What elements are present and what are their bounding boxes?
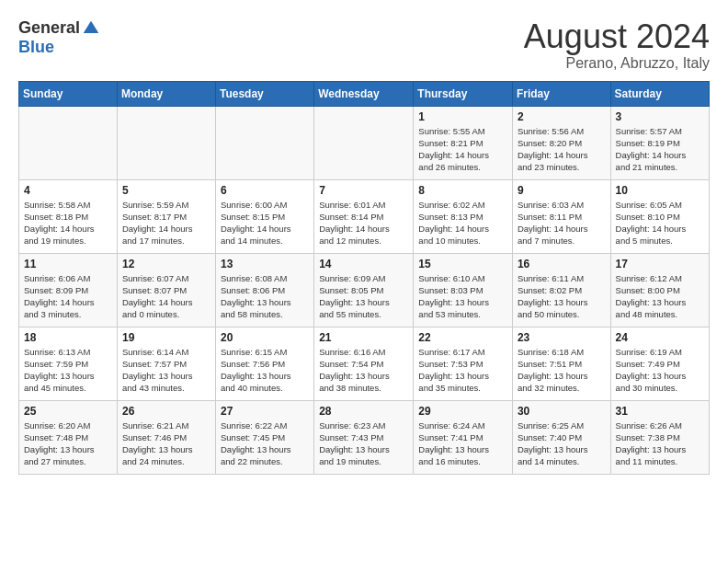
day-number: 30 — [518, 405, 606, 418]
day-number: 16 — [518, 258, 606, 270]
day-info: Sunrise: 5:58 AMSunset: 8:18 PMDaylight:… — [24, 199, 112, 247]
day-number: 27 — [221, 405, 309, 418]
logo-general-text: General — [18, 18, 80, 38]
day-number: 14 — [319, 258, 408, 270]
calendar-cell: 30Sunrise: 6:25 AMSunset: 7:40 PMDayligh… — [512, 400, 610, 474]
calendar-cell: 22Sunrise: 6:17 AMSunset: 7:53 PMDayligh… — [414, 327, 513, 400]
calendar-day-header: Sunday — [19, 81, 118, 106]
calendar-cell: 24Sunrise: 6:19 AMSunset: 7:49 PMDayligh… — [610, 327, 709, 400]
day-info: Sunrise: 6:08 AMSunset: 8:06 PMDaylight:… — [221, 272, 309, 321]
calendar-cell: 5Sunrise: 5:59 AMSunset: 8:17 PMDaylight… — [117, 179, 215, 253]
calendar-cell: 17Sunrise: 6:12 AMSunset: 8:00 PMDayligh… — [610, 253, 709, 327]
calendar-cell: 7Sunrise: 6:01 AMSunset: 8:14 PMDaylight… — [314, 179, 414, 253]
day-number: 5 — [122, 184, 210, 197]
calendar-cell: 11Sunrise: 6:06 AMSunset: 8:09 PMDayligh… — [19, 253, 118, 327]
day-number: 26 — [122, 405, 210, 418]
calendar-cell: 23Sunrise: 6:18 AMSunset: 7:51 PMDayligh… — [512, 327, 610, 400]
calendar-week-row: 25Sunrise: 6:20 AMSunset: 7:48 PMDayligh… — [19, 400, 710, 474]
calendar-cell: 20Sunrise: 6:15 AMSunset: 7:56 PMDayligh… — [216, 327, 314, 400]
day-number: 13 — [221, 258, 309, 270]
calendar-cell: 27Sunrise: 6:22 AMSunset: 7:45 PMDayligh… — [216, 400, 314, 474]
day-info: Sunrise: 6:13 AMSunset: 7:59 PMDaylight:… — [24, 346, 112, 395]
calendar-cell: 10Sunrise: 6:05 AMSunset: 8:10 PMDayligh… — [610, 179, 709, 253]
day-info: Sunrise: 6:15 AMSunset: 7:56 PMDaylight:… — [221, 346, 309, 395]
calendar-cell: 21Sunrise: 6:16 AMSunset: 7:54 PMDayligh… — [314, 327, 414, 400]
calendar-cell: 25Sunrise: 6:20 AMSunset: 7:48 PMDayligh… — [19, 400, 118, 474]
calendar-cell: 2Sunrise: 5:56 AMSunset: 8:20 PMDaylight… — [512, 106, 610, 179]
calendar-cell: 6Sunrise: 6:00 AMSunset: 8:15 PMDaylight… — [216, 179, 314, 253]
calendar-cell — [19, 106, 118, 179]
calendar-cell: 8Sunrise: 6:02 AMSunset: 8:13 PMDaylight… — [414, 179, 513, 253]
calendar-week-row: 11Sunrise: 6:06 AMSunset: 8:09 PMDayligh… — [19, 253, 710, 327]
day-info: Sunrise: 5:55 AMSunset: 8:21 PMDaylight:… — [418, 125, 507, 174]
day-number: 18 — [24, 331, 112, 344]
calendar-cell: 18Sunrise: 6:13 AMSunset: 7:59 PMDayligh… — [19, 327, 118, 400]
day-number: 31 — [616, 405, 704, 418]
day-info: Sunrise: 6:20 AMSunset: 7:48 PMDaylight:… — [24, 419, 112, 468]
calendar-week-row: 1Sunrise: 5:55 AMSunset: 8:21 PMDaylight… — [19, 106, 710, 179]
logo-blue-text: Blue — [18, 38, 54, 57]
day-number: 19 — [122, 331, 210, 344]
day-info: Sunrise: 6:19 AMSunset: 7:49 PMDaylight:… — [616, 346, 704, 395]
day-number: 17 — [616, 258, 704, 270]
calendar-cell: 9Sunrise: 6:03 AMSunset: 8:11 PMDaylight… — [512, 179, 610, 253]
title-section: August 2024 Perano, Abruzzo, Italy — [524, 18, 710, 72]
calendar-day-header: Monday — [117, 81, 215, 106]
calendar-cell: 29Sunrise: 6:24 AMSunset: 7:41 PMDayligh… — [414, 400, 513, 474]
day-info: Sunrise: 6:24 AMSunset: 7:41 PMDaylight:… — [418, 419, 507, 468]
day-number: 21 — [319, 331, 408, 344]
day-info: Sunrise: 6:14 AMSunset: 7:57 PMDaylight:… — [122, 346, 210, 395]
calendar-cell: 3Sunrise: 5:57 AMSunset: 8:19 PMDaylight… — [610, 106, 709, 179]
day-info: Sunrise: 6:05 AMSunset: 8:10 PMDaylight:… — [616, 199, 704, 247]
page-header: General Blue August 2024 Perano, Abruzzo… — [18, 18, 710, 72]
day-info: Sunrise: 6:03 AMSunset: 8:11 PMDaylight:… — [518, 199, 606, 247]
calendar-day-header: Tuesday — [216, 81, 314, 106]
day-number: 2 — [518, 110, 606, 123]
day-info: Sunrise: 6:02 AMSunset: 8:13 PMDaylight:… — [418, 199, 507, 247]
day-info: Sunrise: 6:09 AMSunset: 8:05 PMDaylight:… — [319, 272, 408, 321]
day-number: 4 — [24, 184, 112, 197]
calendar-cell — [117, 106, 215, 179]
month-year-title: August 2024 — [524, 18, 710, 55]
day-info: Sunrise: 6:10 AMSunset: 8:03 PMDaylight:… — [418, 272, 507, 321]
day-info: Sunrise: 6:00 AMSunset: 8:15 PMDaylight:… — [221, 199, 309, 247]
day-info: Sunrise: 6:17 AMSunset: 7:53 PMDaylight:… — [418, 346, 507, 395]
day-number: 6 — [221, 184, 309, 197]
day-info: Sunrise: 6:07 AMSunset: 8:07 PMDaylight:… — [122, 272, 210, 321]
day-info: Sunrise: 5:56 AMSunset: 8:20 PMDaylight:… — [518, 125, 606, 174]
day-number: 22 — [418, 331, 507, 344]
day-number: 15 — [418, 258, 507, 270]
calendar-day-header: Thursday — [414, 81, 513, 106]
day-number: 29 — [418, 405, 507, 418]
day-number: 8 — [418, 184, 507, 197]
day-info: Sunrise: 6:26 AMSunset: 7:38 PMDaylight:… — [616, 419, 704, 468]
day-number: 7 — [319, 184, 408, 197]
day-info: Sunrise: 6:06 AMSunset: 8:09 PMDaylight:… — [24, 272, 112, 321]
day-number: 24 — [616, 331, 704, 344]
calendar-cell: 12Sunrise: 6:07 AMSunset: 8:07 PMDayligh… — [117, 253, 215, 327]
day-info: Sunrise: 6:22 AMSunset: 7:45 PMDaylight:… — [221, 419, 309, 468]
logo-icon — [82, 19, 100, 38]
day-number: 12 — [122, 258, 210, 270]
calendar-cell: 15Sunrise: 6:10 AMSunset: 8:03 PMDayligh… — [414, 253, 513, 327]
calendar-cell: 16Sunrise: 6:11 AMSunset: 8:02 PMDayligh… — [512, 253, 610, 327]
day-info: Sunrise: 5:57 AMSunset: 8:19 PMDaylight:… — [616, 125, 704, 174]
logo: General Blue — [18, 18, 100, 57]
calendar-week-row: 4Sunrise: 5:58 AMSunset: 8:18 PMDaylight… — [19, 179, 710, 253]
location-subtitle: Perano, Abruzzo, Italy — [524, 55, 710, 72]
calendar-cell: 14Sunrise: 6:09 AMSunset: 8:05 PMDayligh… — [314, 253, 414, 327]
day-number: 28 — [319, 405, 408, 418]
day-number: 3 — [616, 110, 704, 123]
svg-marker-0 — [84, 20, 99, 32]
day-number: 20 — [221, 331, 309, 344]
calendar-day-header: Saturday — [610, 81, 709, 106]
calendar-cell: 28Sunrise: 6:23 AMSunset: 7:43 PMDayligh… — [314, 400, 414, 474]
day-info: Sunrise: 6:11 AMSunset: 8:02 PMDaylight:… — [518, 272, 606, 321]
calendar-cell: 19Sunrise: 6:14 AMSunset: 7:57 PMDayligh… — [117, 327, 215, 400]
day-number: 23 — [518, 331, 606, 344]
calendar-cell: 31Sunrise: 6:26 AMSunset: 7:38 PMDayligh… — [610, 400, 709, 474]
day-info: Sunrise: 6:16 AMSunset: 7:54 PMDaylight:… — [319, 346, 408, 395]
day-info: Sunrise: 6:25 AMSunset: 7:40 PMDaylight:… — [518, 419, 606, 468]
calendar-day-header: Friday — [512, 81, 610, 106]
day-number: 1 — [418, 110, 507, 123]
